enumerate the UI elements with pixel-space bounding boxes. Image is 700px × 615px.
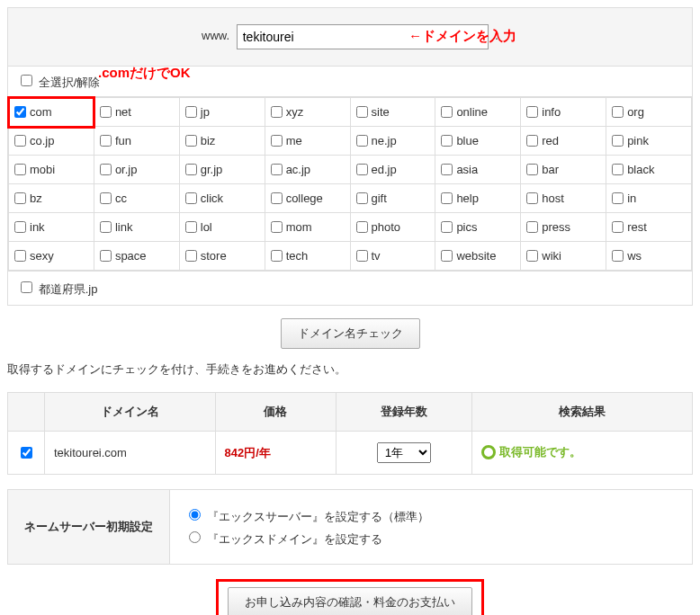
tld-checkbox-net[interactable]: [100, 106, 112, 118]
submit-button[interactable]: お申し込み内容の確認・料金のお支払い: [228, 587, 472, 615]
tld-label-ink[interactable]: ink: [14, 220, 88, 234]
tld-label-press[interactable]: press: [526, 220, 600, 234]
tld-checkbox-ne-jp[interactable]: [356, 135, 368, 147]
tld-label-blue[interactable]: blue: [441, 134, 515, 147]
tld-checkbox-red[interactable]: [526, 135, 538, 147]
tld-checkbox-co-jp[interactable]: [14, 135, 26, 147]
tld-label-co-jp[interactable]: co.jp: [14, 134, 88, 147]
tld-label-click[interactable]: click: [185, 192, 259, 205]
tld-checkbox-photo[interactable]: [356, 221, 368, 233]
tld-checkbox-bz[interactable]: [14, 192, 26, 204]
tld-label-help[interactable]: help: [441, 192, 515, 205]
tld-checkbox-tv[interactable]: [356, 250, 368, 262]
tld-label-org[interactable]: org: [612, 105, 686, 119]
tld-label-mobi[interactable]: mobi: [14, 163, 88, 176]
tld-label-wiki[interactable]: wiki: [526, 249, 600, 263]
tld-label-ac-jp[interactable]: ac.jp: [271, 163, 345, 176]
tld-checkbox-help[interactable]: [441, 192, 453, 204]
tld-label-tech[interactable]: tech: [271, 249, 345, 263]
tld-checkbox-org[interactable]: [612, 106, 624, 118]
tld-label-com[interactable]: com: [14, 105, 88, 119]
tld-checkbox-sexy[interactable]: [14, 250, 26, 262]
tld-label-sexy[interactable]: sexy: [14, 249, 88, 263]
tld-label-space[interactable]: space: [100, 249, 174, 263]
tld-label-black[interactable]: black: [612, 163, 686, 176]
tld-label-info[interactable]: info: [526, 105, 600, 119]
tld-label-online[interactable]: online: [441, 105, 515, 119]
years-select[interactable]: 1年: [377, 442, 431, 463]
select-all-checkbox[interactable]: [21, 75, 32, 86]
pref-jp-label[interactable]: 都道府県.jp: [17, 282, 97, 296]
tld-checkbox-pics[interactable]: [441, 221, 453, 233]
tld-label-rest[interactable]: rest: [612, 220, 686, 234]
select-all-label[interactable]: 全選択/解除: [17, 76, 100, 89]
tld-checkbox-site[interactable]: [356, 106, 368, 118]
tld-label-gift[interactable]: gift: [356, 192, 430, 205]
tld-checkbox-bar[interactable]: [526, 164, 538, 175]
tld-checkbox-gr-jp[interactable]: [185, 164, 197, 175]
tld-label-photo[interactable]: photo: [356, 220, 430, 234]
tld-checkbox-tech[interactable]: [271, 250, 283, 262]
tld-checkbox-store[interactable]: [185, 250, 197, 262]
tld-checkbox-click[interactable]: [185, 192, 197, 204]
tld-label-mom[interactable]: mom: [271, 220, 345, 234]
tld-label-site[interactable]: site: [356, 105, 430, 119]
tld-label-website[interactable]: website: [441, 249, 515, 263]
tld-label-red[interactable]: red: [526, 134, 600, 147]
tld-checkbox-gift[interactable]: [356, 192, 368, 204]
tld-checkbox-mobi[interactable]: [14, 164, 26, 175]
tld-label-jp[interactable]: jp: [185, 105, 259, 119]
tld-label-pics[interactable]: pics: [441, 220, 515, 234]
tld-label-biz[interactable]: biz: [185, 134, 259, 147]
tld-checkbox-host[interactable]: [526, 192, 538, 204]
tld-label-or-jp[interactable]: or.jp: [100, 163, 174, 176]
ns-option-xserver[interactable]: 『エックスサーバー』を設定する（標準）: [184, 506, 678, 525]
tld-label-me[interactable]: me: [271, 134, 345, 147]
tld-label-cc[interactable]: cc: [100, 192, 174, 205]
tld-checkbox-ed-jp[interactable]: [356, 164, 368, 175]
tld-checkbox-ws[interactable]: [612, 250, 624, 262]
tld-checkbox-or-jp[interactable]: [100, 164, 112, 175]
tld-label-link[interactable]: link: [100, 220, 174, 234]
tld-checkbox-cc[interactable]: [100, 192, 112, 204]
pref-jp-checkbox[interactable]: [21, 281, 32, 293]
tld-checkbox-link[interactable]: [100, 221, 112, 233]
tld-label-ne-jp[interactable]: ne.jp: [356, 134, 430, 147]
ns-option-xdomain[interactable]: 『エックスドメイン』を設定する: [184, 529, 678, 548]
tld-checkbox-wiki[interactable]: [526, 250, 538, 262]
ns-radio-xserver[interactable]: [189, 509, 201, 521]
tld-checkbox-ink[interactable]: [14, 221, 26, 233]
tld-checkbox-website[interactable]: [441, 250, 453, 262]
tld-label-bz[interactable]: bz: [14, 192, 88, 205]
tld-label-bar[interactable]: bar: [526, 163, 600, 176]
tld-label-ed-jp[interactable]: ed.jp: [356, 163, 430, 176]
tld-checkbox-asia[interactable]: [441, 164, 453, 175]
tld-label-fun[interactable]: fun: [100, 134, 174, 147]
tld-label-tv[interactable]: tv: [356, 249, 430, 263]
domain-input[interactable]: [237, 24, 489, 49]
tld-checkbox-biz[interactable]: [185, 135, 197, 147]
tld-checkbox-online[interactable]: [441, 106, 453, 118]
tld-checkbox-space[interactable]: [100, 250, 112, 262]
tld-checkbox-xyz[interactable]: [271, 106, 283, 118]
tld-checkbox-blue[interactable]: [441, 135, 453, 147]
tld-label-pink[interactable]: pink: [612, 134, 686, 147]
tld-checkbox-jp[interactable]: [185, 106, 197, 118]
tld-label-host[interactable]: host: [526, 192, 600, 205]
tld-checkbox-com[interactable]: [14, 106, 26, 118]
tld-label-gr-jp[interactable]: gr.jp: [185, 163, 259, 176]
tld-checkbox-lol[interactable]: [185, 221, 197, 233]
tld-checkbox-rest[interactable]: [612, 221, 624, 233]
tld-label-xyz[interactable]: xyz: [271, 105, 345, 119]
tld-checkbox-me[interactable]: [271, 135, 283, 147]
tld-checkbox-black[interactable]: [612, 164, 624, 175]
tld-checkbox-fun[interactable]: [100, 135, 112, 147]
result-row-checkbox[interactable]: [21, 447, 32, 459]
tld-checkbox-pink[interactable]: [612, 135, 624, 147]
tld-checkbox-ac-jp[interactable]: [271, 164, 283, 175]
domain-check-button[interactable]: ドメイン名チェック: [281, 318, 420, 349]
ns-radio-xdomain[interactable]: [189, 531, 201, 543]
tld-label-ws[interactable]: ws: [612, 249, 686, 263]
tld-label-store[interactable]: store: [185, 249, 259, 263]
tld-checkbox-in[interactable]: [612, 192, 624, 204]
